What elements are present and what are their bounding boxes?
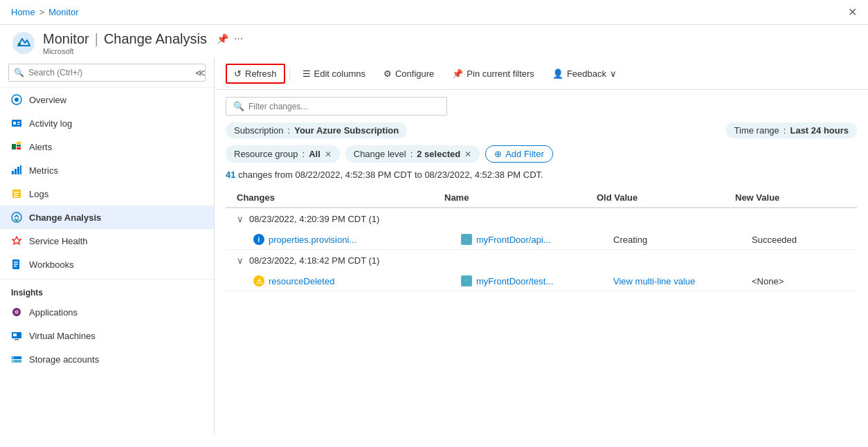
- svg-rect-8: [12, 144, 16, 149]
- applications-icon: [11, 307, 22, 318]
- subscription-value: Your Azure Subscription: [294, 125, 399, 136]
- info-icon-1: i: [253, 234, 264, 245]
- sidebar-item-service-health[interactable]: Service Health: [0, 229, 214, 253]
- time-range-filter-tag[interactable]: Time range : Last 24 hours: [726, 122, 857, 138]
- change-level-filter-tag[interactable]: Change level : 2 selected ✕: [345, 145, 480, 163]
- col-header-name: Name: [444, 192, 597, 203]
- col-header-new-value: New Value: [735, 192, 868, 203]
- table-header: Changes Name Old Value New Value: [226, 188, 857, 208]
- toolbar-divider-1: [289, 67, 290, 81]
- name-link-1-1[interactable]: myFrontDoor/api...: [476, 235, 551, 245]
- changes-summary: 41 changes from 08/22/2022, 4:52:38 PM C…: [226, 170, 857, 180]
- feedback-button[interactable]: 👤 Feedback ∨: [544, 64, 625, 84]
- sidebar-item-label-metrics: Metrics: [29, 165, 58, 176]
- time-range-label: Time range: [734, 125, 779, 136]
- search-icon: 🔍: [14, 68, 24, 77]
- pin-filters-label: Pin current filters: [467, 69, 534, 79]
- collapse-sidebar-button[interactable]: ≪: [195, 67, 206, 78]
- changes-count: 41: [226, 170, 235, 180]
- name-cell-2-1: myFrontDoor/test...: [461, 275, 613, 286]
- col-header-old-value: Old Value: [597, 192, 735, 203]
- add-filter-button[interactable]: ⊕ Add Filter: [485, 145, 553, 163]
- breadcrumb-current[interactable]: Monitor: [48, 7, 78, 17]
- configure-button[interactable]: ⚙ Configure: [375, 64, 442, 84]
- change-link-1-1[interactable]: properties.provisioni...: [269, 235, 356, 245]
- alerts-icon: [11, 141, 22, 152]
- storage-accounts-icon: [11, 354, 22, 365]
- more-icon[interactable]: ···: [234, 33, 243, 45]
- resource-group-filter-tag[interactable]: Resource group : All ✕: [226, 145, 340, 163]
- main-content: ↺ Refresh ☰ Edit columns ⚙ Configure 📌 P…: [215, 58, 868, 436]
- refresh-icon: ↺: [234, 69, 242, 79]
- top-bar: Home > Monitor ✕: [0, 0, 868, 25]
- refresh-button[interactable]: ↺ Refresh: [226, 64, 285, 84]
- sidebar-item-overview[interactable]: Overview: [0, 88, 214, 111]
- configure-label: Configure: [395, 69, 434, 79]
- svg-point-26: [15, 310, 19, 314]
- svg-rect-6: [17, 122, 20, 123]
- group-chevron-icon-1: ∨: [237, 214, 244, 224]
- pin-icon[interactable]: 📌: [217, 33, 228, 44]
- monitor-icon: [11, 30, 36, 55]
- sidebar-item-storage-accounts[interactable]: Storage accounts: [0, 347, 214, 371]
- svg-rect-18: [14, 194, 18, 195]
- svg-rect-7: [17, 124, 19, 125]
- change-level-remove-button[interactable]: ✕: [464, 149, 471, 159]
- edit-columns-button[interactable]: ☰ Edit columns: [294, 64, 374, 84]
- cube-icon-2: [461, 275, 472, 286]
- feedback-label: Feedback: [567, 69, 606, 79]
- sidebar-item-workbooks[interactable]: Workbooks: [0, 253, 214, 276]
- time-range-separator: :: [784, 125, 786, 136]
- change-cell-2-1: ⚠ resourceDeleted: [253, 275, 461, 286]
- old-value-2-1[interactable]: View multi-line value: [613, 276, 752, 286]
- sidebar-item-metrics[interactable]: Metrics: [0, 158, 214, 182]
- sidebar-item-change-analysis[interactable]: Change Analysis: [0, 206, 214, 229]
- svg-marker-34: [463, 236, 470, 243]
- close-button[interactable]: ✕: [848, 6, 857, 19]
- pin-filters-button[interactable]: 📌 Pin current filters: [444, 64, 543, 84]
- resource-group-remove-button[interactable]: ✕: [325, 149, 332, 159]
- name-link-2-1[interactable]: myFrontDoor/test...: [476, 276, 553, 286]
- sidebar: 🔍 ≪ Overview Activity log Alerts: [0, 58, 215, 436]
- page-header: Monitor | Change Analysis 📌 ··· Microsof…: [0, 25, 868, 58]
- search-input[interactable]: [8, 64, 206, 82]
- change-link-2-1[interactable]: resourceDeleted: [269, 276, 334, 286]
- breadcrumb-home[interactable]: Home: [11, 7, 35, 17]
- subscription-filter-tag[interactable]: Subscription : Your Azure Subscription: [226, 122, 407, 138]
- refresh-label: Refresh: [245, 69, 277, 79]
- group-header-1[interactable]: ∨ 08/23/2022, 4:20:39 PM CDT (1): [226, 208, 857, 230]
- sidebar-item-label-alerts: Alerts: [29, 142, 52, 152]
- sidebar-item-virtual-machines[interactable]: Virtual Machines: [0, 324, 214, 347]
- page-subtitle: Microsoft: [43, 47, 243, 55]
- metrics-icon: [11, 165, 22, 176]
- sidebar-item-alerts[interactable]: Alerts: [0, 135, 214, 158]
- activity-log-icon: [11, 118, 22, 129]
- add-filter-label: Add Filter: [505, 149, 544, 159]
- svg-rect-13: [15, 169, 17, 174]
- sidebar-item-logs[interactable]: Logs: [0, 182, 214, 206]
- time-range-value: Last 24 hours: [790, 125, 849, 136]
- edit-columns-label: Edit columns: [314, 69, 365, 79]
- svg-rect-5: [13, 122, 16, 125]
- change-level-separator: :: [410, 149, 413, 159]
- workbooks-icon: [11, 259, 22, 270]
- breadcrumb-separator: >: [39, 7, 45, 17]
- change-cell-1-1: i properties.provisioni...: [253, 234, 461, 245]
- group-header-2[interactable]: ∨ 08/23/2022, 4:18:42 PM CDT (1): [226, 250, 857, 271]
- toolbar: ↺ Refresh ☰ Edit columns ⚙ Configure 📌 P…: [215, 58, 868, 90]
- warning-icon-1: ⚠: [253, 275, 264, 286]
- svg-rect-24: [14, 266, 17, 267]
- svg-point-32: [12, 357, 14, 358]
- table-group-2: ∨ 08/23/2022, 4:18:42 PM CDT (1) ⚠ resou…: [226, 250, 857, 291]
- filter-changes-input[interactable]: [248, 102, 440, 111]
- sidebar-item-label-service-health: Service Health: [29, 236, 88, 246]
- sidebar-item-applications[interactable]: Applications: [0, 300, 214, 324]
- change-level-label: Change level: [354, 149, 406, 159]
- svg-rect-15: [20, 165, 21, 174]
- sidebar-item-activity-log[interactable]: Activity log: [0, 111, 214, 135]
- breadcrumb: Home > Monitor: [11, 7, 79, 17]
- svg-point-1: [18, 43, 21, 46]
- filter-search-box[interactable]: 🔍: [226, 97, 447, 116]
- feedback-chevron-icon: ∨: [610, 69, 617, 79]
- name-cell-1-1: myFrontDoor/api...: [461, 234, 613, 245]
